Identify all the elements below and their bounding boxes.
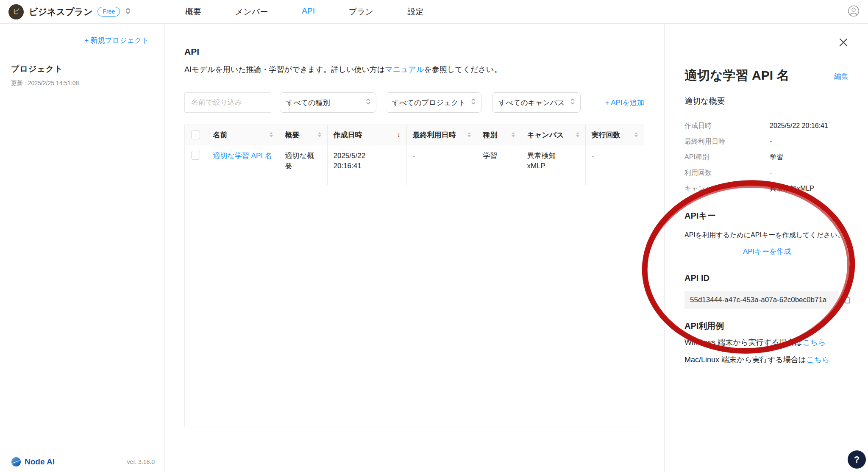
row-run-count-cell: -: [585, 145, 644, 185]
api-id-section-title: API ID: [684, 273, 709, 283]
windows-guide-link[interactable]: こちら: [802, 338, 826, 347]
main-content: API AIモデルを用いた推論・学習ができます。詳しい使い方はマニュアルを参照し…: [165, 24, 664, 472]
col-header-created[interactable]: 作成日時↓: [327, 125, 406, 145]
select-all-header[interactable]: [185, 125, 207, 145]
api-table: 名前 概要 作成日時↓ 最終利用日時 種別: [184, 125, 644, 427]
usage-line-mac-linux: Mac/Linux 端末から実行する場合はこちら: [684, 355, 858, 365]
nav-tab-members[interactable]: メンバー: [235, 6, 268, 17]
sidebar-footer: Node AI ver. 3.18.0: [11, 457, 155, 467]
chevron-updown-icon: [125, 7, 131, 17]
description-text: AIモデルを用いた推論・学習ができます。詳しい使い方は: [184, 65, 385, 74]
sort-icon[interactable]: [512, 132, 515, 137]
row-created-cell: 2025/5/22 20:16:41: [327, 145, 406, 185]
col-header-canvas[interactable]: キャンバス: [521, 125, 585, 145]
sort-icon[interactable]: [318, 132, 321, 137]
sidebar: + 新規プロジェクト プロジェクト 更新 : 2025/2/25 14:51:0…: [0, 24, 165, 472]
detail-panel: 適切な学習 API 名 編集 適切な概要 作成日時 2025/5/22 20:1…: [664, 24, 868, 472]
projects-updated-text: 更新 : 2025/2/25 14:51:08: [11, 80, 79, 87]
help-button[interactable]: ?: [848, 450, 866, 469]
select-all-checkbox[interactable]: [191, 130, 200, 139]
workspace-initial: ビ: [13, 8, 19, 16]
workspace-avatar: ビ: [8, 4, 24, 19]
plan-badge: Free: [97, 7, 120, 17]
table-header-row: 名前 概要 作成日時↓ 最終利用日時 種別: [185, 125, 644, 145]
manual-link[interactable]: マニュアル: [385, 65, 424, 74]
add-api-button[interactable]: + APIを追加: [605, 98, 644, 108]
api-key-description: APIを利用するためにAPIキーを作成してください。: [684, 231, 858, 240]
help-icon: ?: [854, 454, 860, 465]
mac-linux-guide-link[interactable]: こちら: [806, 355, 829, 364]
row-checkbox[interactable]: [191, 151, 200, 160]
logo-text: Node AI: [25, 457, 55, 466]
nav-tab-overview[interactable]: 概要: [185, 6, 201, 17]
chevron-updown-icon: [570, 98, 575, 107]
version-label: ver. 3.18.0: [127, 458, 155, 465]
api-key-section-title: APIキー: [684, 210, 716, 222]
create-api-key-button[interactable]: APIキーを作成: [743, 247, 791, 255]
api-usage-lines: Windows 端末から実行する場合はこちら Mac/Linux 端末から実行す…: [684, 337, 858, 372]
row-summary-cell: 適切な概要: [279, 145, 327, 185]
edit-button[interactable]: 編集: [834, 72, 849, 81]
col-header-last-used[interactable]: 最終利用日時: [406, 125, 477, 145]
node-ai-logo-icon: [11, 457, 21, 467]
type-filter-select[interactable]: すべての種別: [280, 92, 376, 113]
field-row-api-type: API種別 学習: [684, 153, 851, 162]
chevron-updown-icon: [366, 98, 371, 107]
detail-title: 適切な学習 API 名: [684, 68, 789, 82]
row-select-cell: [185, 145, 207, 185]
project-filter-select[interactable]: すべてのプロジェクト: [386, 92, 481, 113]
copy-icon[interactable]: [842, 295, 851, 304]
canvas-filter-select[interactable]: すべてのキャンバス: [492, 92, 581, 113]
detail-summary: 適切な概要: [684, 96, 725, 107]
sort-icon[interactable]: [270, 132, 273, 137]
row-last-used-cell: -: [406, 145, 477, 185]
workspace-name: ビジネスプラン: [29, 6, 92, 18]
col-header-type[interactable]: 種別: [477, 125, 521, 145]
sort-icon[interactable]: [467, 132, 471, 137]
search-input[interactable]: [184, 92, 271, 113]
field-row-last-used: 最終利用日時 -: [684, 137, 851, 146]
user-avatar-icon[interactable]: [848, 5, 860, 19]
nav-tab-plan[interactable]: プラン: [349, 6, 373, 17]
description-text-suffix: を参照してください。: [424, 65, 501, 74]
row-name-cell: 適切な学習 API 名: [207, 145, 279, 185]
node-ai-logo: Node AI: [11, 457, 55, 467]
col-header-summary[interactable]: 概要: [279, 125, 327, 145]
nav-tab-api[interactable]: API: [302, 6, 315, 17]
api-id-value: 55d13444-a47c-453a-a07a-62c0bec0b71a: [684, 291, 839, 309]
usage-line-windows: Windows 端末から実行する場合はこちら: [684, 337, 858, 347]
sort-icon[interactable]: [576, 132, 579, 137]
workspace-selector[interactable]: ビ ビジネスプラン Free: [0, 4, 165, 19]
page-description: AIモデルを用いた推論・学習ができます。詳しい使い方はマニュアルを参照してくださ…: [184, 64, 501, 75]
new-project-button[interactable]: + 新規プロジェクト: [84, 36, 149, 45]
filter-bar: すべての種別 すべてのプロジェクト すべてのキャンバス + APIを追加: [184, 92, 644, 113]
nav-tab-settings[interactable]: 設定: [407, 6, 423, 17]
close-icon[interactable]: [837, 36, 849, 48]
detail-fields: 作成日時 2025/5/22 20:16:41 最終利用日時 - API種別 学…: [684, 121, 851, 200]
page-title: API: [184, 47, 199, 57]
field-row-created: 作成日時 2025/5/22 20:16:41: [684, 121, 851, 130]
sort-desc-icon[interactable]: ↓: [397, 131, 401, 139]
field-row-canvas: キャンバス 異常検知xMLP: [684, 184, 851, 193]
api-name-link[interactable]: 適切な学習 API 名: [213, 152, 272, 160]
sort-icon[interactable]: [634, 132, 638, 137]
row-canvas-cell: 異常検知 xMLP: [521, 145, 585, 185]
projects-section-title: プロジェクト: [11, 64, 63, 75]
main-nav: 概要 メンバー API プラン 設定: [185, 6, 423, 17]
chevron-updown-icon: [471, 98, 476, 107]
col-header-name[interactable]: 名前: [207, 125, 279, 145]
table-row: 適切な学習 API 名 適切な概要 2025/5/22 20:16:41 - 学…: [185, 145, 644, 185]
api-usage-section-title: API利用例: [684, 320, 724, 332]
row-type-cell: 学習: [477, 145, 521, 185]
field-row-usage-count: 利用回数 -: [684, 168, 851, 178]
app-root: ビ ビジネスプラン Free 概要 メンバー API プラン 設定 + 新規プロ…: [0, 0, 868, 472]
top-bar: ビ ビジネスプラン Free 概要 メンバー API プラン 設定: [0, 0, 868, 24]
col-header-run-count[interactable]: 実行回数: [585, 125, 644, 145]
